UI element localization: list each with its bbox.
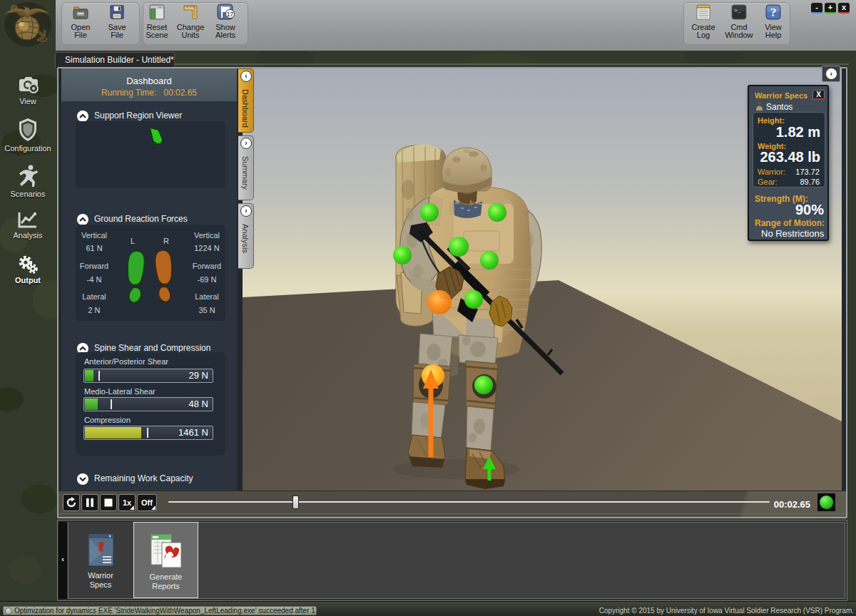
svg-text:17: 17	[227, 11, 234, 18]
svg-text:>_: >_	[734, 7, 741, 14]
svg-text:?: ?	[770, 6, 777, 19]
